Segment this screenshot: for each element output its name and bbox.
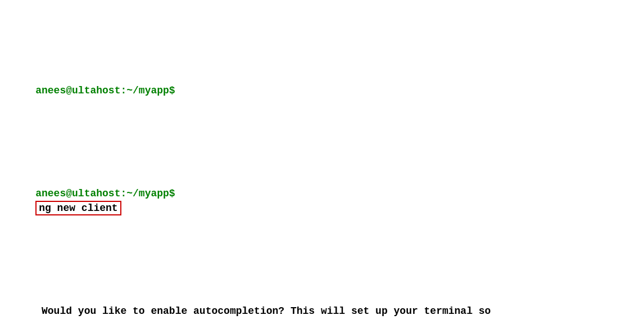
- prompt-2: anees@ultahost:~/myapp$: [35, 188, 175, 199]
- ng-new-client-command: ng new client: [35, 201, 121, 215]
- autocompletion-line1: Would you like to enable autocompletion?…: [11, 289, 633, 333]
- prompt-line-1: anees@ultahost:~/myapp$: [11, 69, 633, 112]
- prompt-1: anees@ultahost:~/myapp$: [35, 85, 175, 96]
- terminal-output: anees@ultahost:~/myapp$ anees@ultahost:~…: [11, 10, 633, 333]
- prompt-line-2: anees@ultahost:~/myapp$ ng new client: [11, 172, 633, 230]
